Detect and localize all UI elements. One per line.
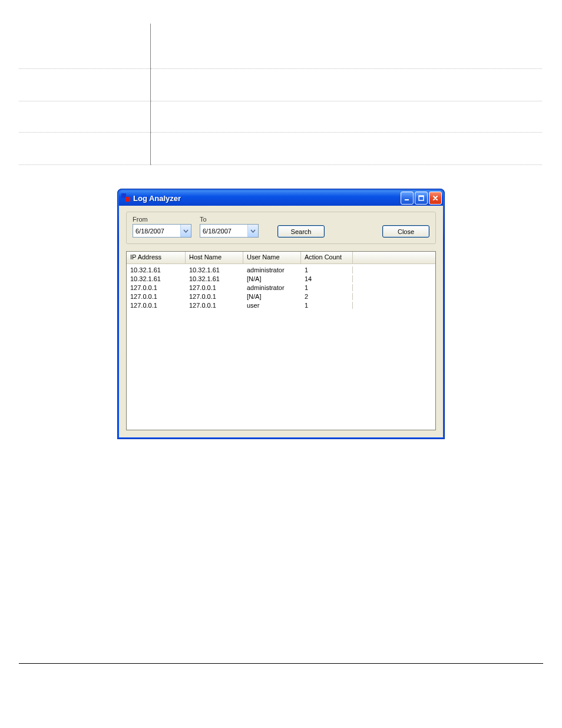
titlebar[interactable]: Log Analyzer	[119, 190, 443, 206]
column-header-host[interactable]: Host Name	[186, 252, 243, 263]
column-header-ip[interactable]: IP Address	[127, 252, 186, 263]
maximize-button[interactable]	[415, 192, 428, 205]
cell-count: 1	[301, 284, 353, 291]
window-title: Log Analyzer	[133, 194, 401, 203]
table-row[interactable]: 10.32.1.61 10.32.1.61 administrator 1	[127, 265, 435, 274]
cell-host: 10.32.1.61	[186, 275, 243, 282]
list-header: IP Address Host Name User Name Action Co…	[127, 252, 435, 264]
from-date-picker[interactable]	[133, 224, 191, 238]
from-date-dropdown-button[interactable]	[180, 225, 191, 237]
cell-user: [N/A]	[243, 275, 301, 282]
client-area: From To	[119, 206, 443, 437]
close-window-button[interactable]	[429, 192, 442, 205]
log-analyzer-window: Log Analyzer From	[117, 189, 445, 439]
cell-count: 1	[301, 266, 353, 274]
cell-count: 14	[301, 275, 353, 282]
cell-user: administrator	[243, 284, 301, 291]
from-field: From	[133, 216, 191, 238]
table-row[interactable]: 127.0.0.1 127.0.0.1 user 1	[127, 301, 435, 309]
svg-rect-0	[405, 199, 409, 200]
app-icon	[121, 193, 131, 203]
cell-host: 10.32.1.61	[186, 266, 243, 274]
table-row[interactable]: 10.32.1.61 10.32.1.61 [N/A] 14	[127, 274, 435, 283]
cell-ip: 127.0.0.1	[127, 302, 186, 309]
cell-count: 1	[301, 302, 353, 309]
table-row[interactable]: 127.0.0.1 127.0.0.1 administrator 1	[127, 283, 435, 292]
to-field: To	[200, 216, 259, 238]
from-label: From	[133, 216, 191, 223]
results-listview[interactable]: IP Address Host Name User Name Action Co…	[126, 251, 436, 430]
svg-rect-2	[419, 196, 424, 197]
background-grid	[19, 24, 542, 165]
to-date-dropdown-button[interactable]	[247, 225, 258, 237]
list-body: 10.32.1.61 10.32.1.61 administrator 1 10…	[127, 264, 435, 311]
cell-count: 2	[301, 293, 353, 300]
search-toolbar: From To	[126, 212, 436, 244]
cell-host: 127.0.0.1	[186, 293, 243, 300]
window-controls	[401, 192, 442, 205]
column-header-user[interactable]: User Name	[243, 252, 301, 263]
table-row[interactable]: 127.0.0.1 127.0.0.1 [N/A] 2	[127, 292, 435, 301]
column-header-count[interactable]: Action Count	[301, 252, 353, 263]
cell-user: administrator	[243, 266, 301, 274]
cell-user: [N/A]	[243, 293, 301, 300]
minimize-button[interactable]	[401, 192, 414, 205]
to-label: To	[200, 216, 259, 223]
cell-ip: 10.32.1.61	[127, 275, 186, 282]
cell-host: 127.0.0.1	[186, 302, 243, 309]
cell-ip: 10.32.1.61	[127, 266, 186, 274]
close-button[interactable]: Close	[382, 225, 429, 238]
cell-ip: 127.0.0.1	[127, 284, 186, 291]
from-date-input[interactable]	[133, 225, 180, 237]
to-date-input[interactable]	[200, 225, 247, 237]
cell-user: user	[243, 302, 301, 309]
column-header-filler	[353, 252, 435, 263]
to-date-picker[interactable]	[200, 224, 259, 238]
cell-ip: 127.0.0.1	[127, 293, 186, 300]
search-button[interactable]: Search	[277, 225, 325, 238]
footer-rule	[19, 663, 543, 664]
cell-host: 127.0.0.1	[186, 284, 243, 291]
